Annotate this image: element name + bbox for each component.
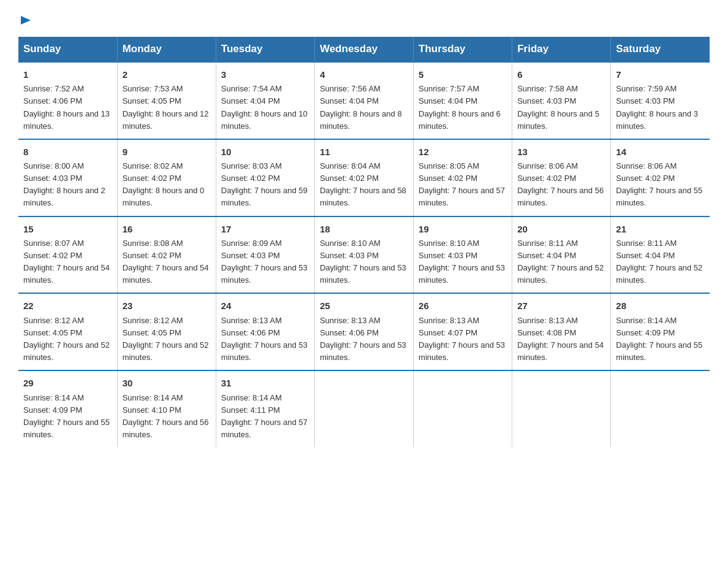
day-cell: 26Sunrise: 8:13 AMSunset: 4:07 PMDayligh… xyxy=(414,293,512,370)
col-header-thursday: Thursday xyxy=(414,37,512,62)
day-number: 17 xyxy=(221,222,309,236)
day-info: Sunrise: 8:09 AMSunset: 4:03 PMDaylight:… xyxy=(221,237,309,287)
day-cell: 18Sunrise: 8:10 AMSunset: 4:03 PMDayligh… xyxy=(314,216,413,294)
day-info: Sunrise: 8:14 AMSunset: 4:09 PMDaylight:… xyxy=(616,315,705,364)
day-cell: 1Sunrise: 7:52 AMSunset: 4:06 PMDaylight… xyxy=(18,62,117,139)
day-info: Sunrise: 8:13 AMSunset: 4:06 PMDaylight:… xyxy=(320,315,408,364)
day-info: Sunrise: 8:13 AMSunset: 4:06 PMDaylight:… xyxy=(221,315,309,364)
day-number: 5 xyxy=(419,67,507,82)
day-number: 11 xyxy=(320,145,408,159)
day-info: Sunrise: 8:12 AMSunset: 4:05 PMDaylight:… xyxy=(123,315,211,364)
day-info: Sunrise: 7:58 AMSunset: 4:03 PMDaylight:… xyxy=(517,83,605,132)
day-info: Sunrise: 8:08 AMSunset: 4:02 PMDaylight:… xyxy=(123,237,211,287)
col-header-wednesday: Wednesday xyxy=(314,37,413,62)
logo xyxy=(18,12,33,25)
day-number: 10 xyxy=(221,145,309,159)
day-number: 4 xyxy=(320,67,408,82)
day-cell: 21Sunrise: 8:11 AMSunset: 4:04 PMDayligh… xyxy=(611,216,710,294)
svg-marker-0 xyxy=(21,16,31,25)
day-number: 16 xyxy=(123,222,211,236)
calendar-table: SundayMondayTuesdayWednesdayThursdayFrid… xyxy=(18,37,710,447)
day-number: 24 xyxy=(221,299,309,313)
day-number: 13 xyxy=(517,145,605,159)
day-number: 26 xyxy=(419,299,507,313)
day-info: Sunrise: 8:12 AMSunset: 4:05 PMDaylight:… xyxy=(23,315,112,364)
day-cell: 4Sunrise: 7:56 AMSunset: 4:04 PMDaylight… xyxy=(314,62,413,139)
day-info: Sunrise: 7:53 AMSunset: 4:05 PMDaylight:… xyxy=(123,83,211,132)
day-number: 31 xyxy=(221,376,309,390)
day-number: 29 xyxy=(23,376,112,390)
week-row-1: 1Sunrise: 7:52 AMSunset: 4:06 PMDaylight… xyxy=(18,62,710,139)
col-header-sunday: Sunday xyxy=(18,37,117,62)
day-cell: 16Sunrise: 8:08 AMSunset: 4:02 PMDayligh… xyxy=(117,216,216,294)
col-header-tuesday: Tuesday xyxy=(216,37,314,62)
day-cell: 30Sunrise: 8:14 AMSunset: 4:10 PMDayligh… xyxy=(117,370,216,447)
day-info: Sunrise: 8:05 AMSunset: 4:02 PMDaylight:… xyxy=(419,160,507,210)
day-info: Sunrise: 8:13 AMSunset: 4:08 PMDaylight:… xyxy=(517,315,605,364)
day-info: Sunrise: 8:13 AMSunset: 4:07 PMDaylight:… xyxy=(419,315,507,364)
day-number: 9 xyxy=(123,145,211,159)
logo-general-line xyxy=(18,12,33,27)
week-row-5: 29Sunrise: 8:14 AMSunset: 4:09 PMDayligh… xyxy=(18,370,710,447)
day-number: 1 xyxy=(23,67,112,82)
day-info: Sunrise: 8:06 AMSunset: 4:02 PMDaylight:… xyxy=(517,160,605,210)
day-cell: 27Sunrise: 8:13 AMSunset: 4:08 PMDayligh… xyxy=(512,293,611,370)
col-header-saturday: Saturday xyxy=(611,37,710,62)
day-cell: 14Sunrise: 8:06 AMSunset: 4:02 PMDayligh… xyxy=(611,139,710,216)
day-cell xyxy=(611,370,710,447)
day-info: Sunrise: 8:04 AMSunset: 4:02 PMDaylight:… xyxy=(320,160,408,210)
day-number: 3 xyxy=(221,67,309,82)
day-cell: 13Sunrise: 8:06 AMSunset: 4:02 PMDayligh… xyxy=(512,139,611,216)
day-info: Sunrise: 7:57 AMSunset: 4:04 PMDaylight:… xyxy=(419,83,507,132)
day-number: 7 xyxy=(616,67,705,82)
day-cell: 2Sunrise: 7:53 AMSunset: 4:05 PMDaylight… xyxy=(117,62,216,139)
day-cell: 22Sunrise: 8:12 AMSunset: 4:05 PMDayligh… xyxy=(18,293,117,370)
day-number: 8 xyxy=(23,145,112,159)
day-number: 14 xyxy=(616,145,705,159)
day-cell: 7Sunrise: 7:59 AMSunset: 4:03 PMDaylight… xyxy=(611,62,710,139)
day-cell: 10Sunrise: 8:03 AMSunset: 4:02 PMDayligh… xyxy=(216,139,314,216)
day-number: 19 xyxy=(419,222,507,236)
day-cell xyxy=(314,370,413,447)
week-row-3: 15Sunrise: 8:07 AMSunset: 4:02 PMDayligh… xyxy=(18,216,710,294)
day-info: Sunrise: 8:14 AMSunset: 4:09 PMDaylight:… xyxy=(23,392,112,442)
day-cell: 8Sunrise: 8:00 AMSunset: 4:03 PMDaylight… xyxy=(18,139,117,216)
day-info: Sunrise: 8:10 AMSunset: 4:03 PMDaylight:… xyxy=(320,237,408,287)
day-info: Sunrise: 8:03 AMSunset: 4:02 PMDaylight:… xyxy=(221,160,309,210)
day-cell xyxy=(414,370,512,447)
day-number: 12 xyxy=(419,145,507,159)
logo-arrow-icon xyxy=(20,13,33,27)
day-info: Sunrise: 7:54 AMSunset: 4:04 PMDaylight:… xyxy=(221,83,309,132)
day-info: Sunrise: 7:52 AMSunset: 4:06 PMDaylight:… xyxy=(23,83,112,132)
day-number: 28 xyxy=(616,299,705,313)
day-number: 30 xyxy=(123,376,211,390)
day-info: Sunrise: 7:56 AMSunset: 4:04 PMDaylight:… xyxy=(320,83,408,132)
page-header xyxy=(18,12,710,25)
day-cell: 11Sunrise: 8:04 AMSunset: 4:02 PMDayligh… xyxy=(314,139,413,216)
day-cell: 29Sunrise: 8:14 AMSunset: 4:09 PMDayligh… xyxy=(18,370,117,447)
day-cell: 5Sunrise: 7:57 AMSunset: 4:04 PMDaylight… xyxy=(414,62,512,139)
day-info: Sunrise: 8:14 AMSunset: 4:10 PMDaylight:… xyxy=(123,392,211,442)
day-number: 25 xyxy=(320,299,408,313)
day-number: 18 xyxy=(320,222,408,236)
col-header-friday: Friday xyxy=(512,37,611,62)
day-number: 27 xyxy=(517,299,605,313)
day-cell: 20Sunrise: 8:11 AMSunset: 4:04 PMDayligh… xyxy=(512,216,611,294)
day-cell: 6Sunrise: 7:58 AMSunset: 4:03 PMDaylight… xyxy=(512,62,611,139)
day-number: 23 xyxy=(123,299,211,313)
col-header-monday: Monday xyxy=(117,37,216,62)
day-number: 15 xyxy=(23,222,112,236)
day-info: Sunrise: 8:14 AMSunset: 4:11 PMDaylight:… xyxy=(221,392,309,442)
day-cell: 24Sunrise: 8:13 AMSunset: 4:06 PMDayligh… xyxy=(216,293,314,370)
week-row-2: 8Sunrise: 8:00 AMSunset: 4:03 PMDaylight… xyxy=(18,139,710,216)
day-info: Sunrise: 8:11 AMSunset: 4:04 PMDaylight:… xyxy=(616,237,705,287)
day-number: 20 xyxy=(517,222,605,236)
day-cell: 25Sunrise: 8:13 AMSunset: 4:06 PMDayligh… xyxy=(314,293,413,370)
day-cell: 23Sunrise: 8:12 AMSunset: 4:05 PMDayligh… xyxy=(117,293,216,370)
calendar-header-row: SundayMondayTuesdayWednesdayThursdayFrid… xyxy=(18,37,710,62)
day-info: Sunrise: 7:59 AMSunset: 4:03 PMDaylight:… xyxy=(616,83,705,132)
day-cell: 17Sunrise: 8:09 AMSunset: 4:03 PMDayligh… xyxy=(216,216,314,294)
day-info: Sunrise: 8:10 AMSunset: 4:03 PMDaylight:… xyxy=(419,237,507,287)
day-info: Sunrise: 8:07 AMSunset: 4:02 PMDaylight:… xyxy=(23,237,112,287)
day-info: Sunrise: 8:00 AMSunset: 4:03 PMDaylight:… xyxy=(23,160,112,210)
